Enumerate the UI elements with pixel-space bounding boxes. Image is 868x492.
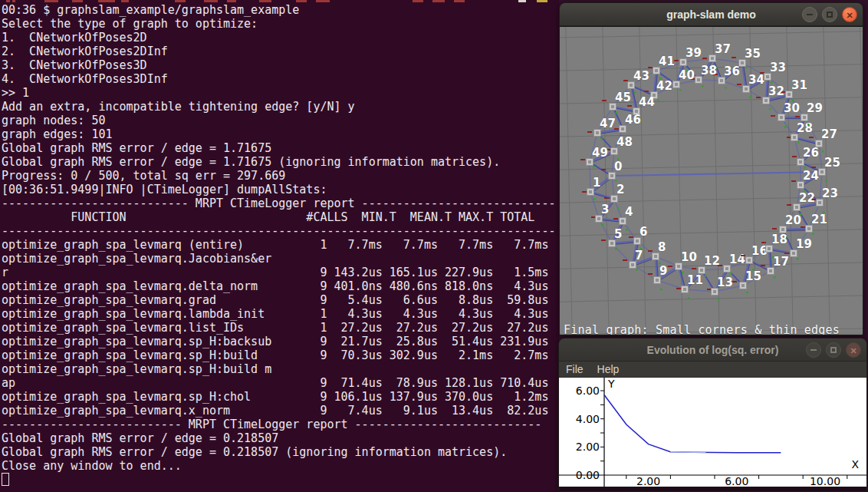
- graphslam-titlebar[interactable]: graph-slam demo: [560, 3, 863, 26]
- terminal-partial-text-fragment: [175, 0, 186, 2]
- y-tick-label: 4.00: [576, 413, 600, 425]
- terminal-partial-text-fragment: [72, 0, 83, 2]
- graph-node-label: 43: [633, 69, 649, 83]
- x-tick-label: 2.00: [636, 475, 660, 487]
- graph-node-label: 4: [625, 205, 633, 219]
- terminal-partial-text-fragment: [227, 0, 236, 2]
- graph-node-label: 44: [639, 95, 655, 109]
- minimize-button[interactable]: [802, 7, 817, 22]
- plot-titlebar[interactable]: Evolution of log(sq. error): [559, 338, 866, 362]
- graph-node-label: 45: [615, 91, 631, 104]
- graph-node-label: 42: [656, 79, 672, 93]
- minimize-icon: [810, 349, 817, 351]
- y-tick-label: 6.00: [576, 385, 600, 397]
- minimize-icon: [807, 14, 813, 15]
- graph-node-label: 34: [748, 73, 764, 87]
- graph-node-label: 41: [659, 54, 675, 68]
- terminal-partial-text-fragment: [454, 0, 465, 2]
- terminal-partial-text-fragment: [98, 0, 115, 2]
- terminal-partial-text-fragment: [518, 0, 526, 2]
- graph-node-label: 39: [686, 46, 702, 60]
- graph-node-label: 28: [797, 121, 813, 135]
- graphslam-window-controls: [802, 7, 857, 22]
- menu-help[interactable]: Help: [597, 363, 620, 375]
- terminal-partial-text-fragment: [259, 0, 271, 2]
- terminal-cursor: [2, 473, 9, 486]
- graph-node-label: 6: [639, 225, 647, 239]
- graph-node-label: 16: [751, 244, 768, 258]
- graph-node-label: 33: [770, 61, 786, 74]
- graph-node-label: 20: [785, 213, 801, 227]
- graph-node-label: 12: [704, 254, 720, 268]
- terminal-partial-text-fragment: [6, 0, 10, 2]
- plot-window-title: Evolution of log(sq. error): [647, 344, 779, 356]
- graph-node-label: 11: [687, 273, 703, 287]
- graph-viewport[interactable]: 0123456789101112131415161718192021222324…: [560, 26, 863, 335]
- graph-node-label: 47: [600, 117, 616, 130]
- graphslam-window-title: graph-slam demo: [666, 8, 756, 21]
- y-tick-label: 2.00: [576, 441, 600, 453]
- terminal-partial-text-fragment: [121, 0, 129, 2]
- graph-node-label: 27: [821, 127, 837, 141]
- y-axis-label: Y: [607, 378, 615, 390]
- graph-node-label: 8: [658, 240, 666, 254]
- menu-file[interactable]: File: [566, 363, 584, 375]
- x-axis-label: X: [851, 458, 859, 471]
- graph-node-label: 3: [601, 203, 609, 216]
- close-icon: [846, 8, 853, 21]
- close-button[interactable]: [842, 7, 857, 22]
- graph-node-label: 25: [824, 156, 840, 170]
- graph-node-label: 35: [745, 47, 761, 61]
- graph-node-label: 36: [724, 64, 740, 78]
- graph-node-label: 31: [791, 78, 807, 92]
- graph-node-label: 18: [771, 233, 787, 246]
- graph-node-label: 24: [803, 169, 819, 183]
- graph-node-label: 48: [616, 135, 633, 149]
- desktop: 00:36 $ graphslam_example/graphslam_exam…: [0, 0, 868, 492]
- graph-node-label: 14: [729, 253, 745, 266]
- plot-window-bottom-edge: [559, 487, 866, 491]
- graph-node-label: 38: [701, 64, 717, 78]
- terminal-partial-text-fragment: [537, 0, 547, 2]
- terminal-partial-text-fragment: [432, 0, 445, 2]
- error-plot: 2.006.0010.000.002.004.006.00YX: [559, 378, 867, 487]
- maximize-icon: [827, 12, 833, 18]
- terminal-window[interactable]: 00:36 $ graphslam_example/graphslam_exam…: [0, 0, 559, 492]
- x-tick-label: 10.00: [810, 475, 840, 487]
- terminal-partial-text-fragment: [204, 0, 218, 2]
- graph-node-label: 10: [681, 250, 697, 264]
- x-tick-label: 6.00: [725, 475, 748, 487]
- graph-node-label: 2: [616, 183, 624, 196]
- y-tick-label: 0.00: [576, 469, 600, 481]
- legend-final-graph: Final graph: Small corners & thin edges: [564, 324, 840, 335]
- graph-node-label: 32: [768, 84, 784, 98]
- terminal-partial-text-fragment: [413, 0, 423, 2]
- graph-node-label: 22: [799, 191, 815, 205]
- graph-node-label: 21: [811, 213, 827, 226]
- graph-node-label: 30: [784, 101, 800, 115]
- error-curve: [604, 395, 781, 453]
- plot-window: Evolution of log(sq. error) File Help 2.…: [558, 338, 867, 492]
- graph-node-label: 29: [807, 101, 823, 115]
- graph-node-label: 37: [715, 42, 731, 56]
- graph-node-label: 9: [659, 264, 667, 278]
- maximize-button[interactable]: [822, 7, 837, 22]
- graph-node-label: 46: [625, 113, 641, 127]
- close-button[interactable]: [846, 342, 861, 358]
- graph-node-label: 23: [822, 187, 838, 200]
- maximize-button[interactable]: [826, 342, 841, 358]
- graph-node-label: 15: [745, 269, 761, 283]
- plot-menubar: File Help: [559, 362, 866, 378]
- close-icon: [850, 343, 856, 357]
- terminal-partial-text-fragment: [44, 0, 58, 2]
- terminal-partial-text-fragment: [296, 0, 307, 2]
- graph-node-label: 1: [593, 176, 600, 190]
- plot-canvas[interactable]: 2.006.0010.000.002.004.006.00YX: [559, 378, 866, 487]
- graph-node-label: 49: [592, 146, 608, 160]
- graph-node-label: 13: [717, 276, 733, 289]
- graph-node-label: 40: [679, 68, 695, 82]
- graphslam-window: graph-slam demo 012345678910111213141516…: [559, 2, 863, 335]
- minimize-button[interactable]: [806, 342, 821, 358]
- terminal-partial-text-fragment: [316, 0, 330, 2]
- maximize-icon: [830, 347, 837, 353]
